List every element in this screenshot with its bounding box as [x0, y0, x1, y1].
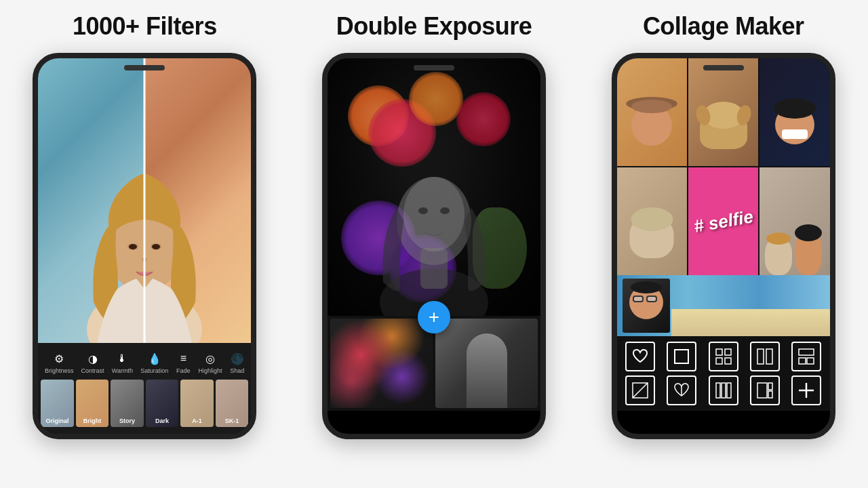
- filter-dark[interactable]: Dark: [146, 380, 179, 427]
- svg-point-11: [418, 207, 428, 214]
- add-icon: +: [429, 306, 439, 328]
- exposure-phone: +: [322, 53, 546, 439]
- svg-rect-18: [757, 349, 764, 364]
- exposure-portrait-svg: [366, 72, 502, 316]
- collage-section: Collage Maker: [578, 0, 868, 488]
- layout-mixed[interactable]: [750, 375, 780, 405]
- filter-toolbar: ⚙ Brightness ◑ Contrast 🌡 Warmth 💧 Satur…: [38, 343, 251, 434]
- highlight-tool[interactable]: ◎ Highlight: [199, 351, 222, 374]
- svg-rect-26: [727, 383, 731, 398]
- saturation-tool[interactable]: 💧 Saturation: [140, 351, 168, 374]
- brightness-icon: ⚙: [52, 351, 66, 366]
- layout-row-1: [620, 342, 827, 371]
- contrast-label: Contrast: [81, 367, 104, 374]
- filter-icons-row: ⚙ Brightness ◑ Contrast 🌡 Warmth 💧 Satur…: [38, 348, 251, 377]
- highlight-icon: ◎: [203, 351, 218, 366]
- fade-icon: ≡: [176, 351, 191, 366]
- contrast-tool[interactable]: ◑ Contrast: [81, 351, 104, 374]
- svg-rect-25: [722, 383, 726, 398]
- svg-point-5: [129, 244, 137, 249]
- shadow-label: Shad: [230, 367, 244, 374]
- svg-rect-22: [807, 358, 814, 364]
- svg-point-10: [403, 177, 465, 251]
- svg-point-12: [440, 207, 450, 214]
- svg-rect-14: [716, 349, 722, 355]
- warmth-label: Warmth: [112, 367, 133, 374]
- layout-square[interactable]: [667, 342, 696, 371]
- shadow-tool[interactable]: 🌑 Shad: [230, 351, 245, 374]
- layout-heart[interactable]: [625, 342, 655, 371]
- filters-title: 1000+ Filters: [73, 12, 217, 41]
- filters-section: 1000+ Filters: [0, 0, 290, 488]
- svg-rect-27: [757, 383, 767, 398]
- svg-rect-21: [799, 358, 806, 364]
- filter-story-label: Story: [111, 418, 144, 424]
- shadow-icon: 🌑: [230, 351, 245, 366]
- collage-cell-2: [688, 58, 758, 166]
- exposure-thumb-1[interactable]: [330, 319, 433, 408]
- exposure-main-photo: [328, 58, 540, 316]
- svg-rect-16: [716, 358, 722, 364]
- layout-3panel[interactable]: [791, 342, 821, 371]
- svg-rect-24: [716, 383, 720, 398]
- fade-tool[interactable]: ≡ Fade: [176, 351, 191, 374]
- collage-panorama-strip: [617, 275, 830, 336]
- svg-rect-29: [768, 391, 772, 398]
- filter-original-label: Original: [41, 418, 74, 424]
- filters-photo-area: [38, 58, 251, 343]
- warmth-tool[interactable]: 🌡 Warmth: [112, 351, 133, 374]
- collage-cell-3: [760, 58, 829, 166]
- filter-divider-line: [144, 58, 146, 343]
- filter-bright[interactable]: Bright: [76, 380, 109, 427]
- svg-point-6: [152, 244, 160, 249]
- filter-sk1[interactable]: SK-1: [216, 380, 249, 427]
- brightness-tool[interactable]: ⚙ Brightness: [45, 351, 74, 374]
- filter-a1[interactable]: A-1: [180, 380, 214, 427]
- exposure-thumb-2[interactable]: [435, 319, 538, 408]
- collage-photo-grid: # selfie: [617, 58, 830, 275]
- fade-label: Fade: [176, 367, 191, 374]
- layout-plus[interactable]: [791, 375, 821, 405]
- collage-strip-person: [623, 279, 670, 333]
- collage-cell-1: [617, 58, 687, 166]
- collage-cell-6: [760, 167, 829, 275]
- svg-rect-17: [725, 358, 731, 364]
- selfie-hashtag: # selfie: [692, 206, 755, 237]
- filter-thumbnails-row: Original Bright Story Dark A-1 SK-1: [38, 377, 251, 431]
- layout-3col[interactable]: [709, 375, 738, 405]
- layout-heart2[interactable]: [667, 375, 696, 405]
- filter-dark-label: Dark: [146, 418, 179, 424]
- collage-title: Collage Maker: [643, 12, 804, 41]
- filter-sk1-label: SK-1: [216, 418, 249, 424]
- collage-layout-bar: [617, 336, 830, 411]
- collage-cell-5-pink: # selfie: [688, 167, 758, 275]
- collage-cell-4: [617, 167, 687, 275]
- svg-rect-20: [799, 349, 814, 355]
- layout-2panel-v[interactable]: [750, 342, 780, 371]
- add-photo-button[interactable]: +: [418, 301, 450, 333]
- filter-story[interactable]: Story: [111, 380, 144, 427]
- filter-a1-label: A-1: [180, 418, 214, 424]
- double-exposure-section: Double Exposure: [290, 0, 579, 488]
- highlight-label: Highlight: [199, 367, 222, 374]
- contrast-icon: ◑: [85, 351, 100, 366]
- layout-diagonal[interactable]: [625, 375, 655, 405]
- brightness-label: Brightness: [45, 367, 74, 374]
- layout-row-2: [620, 375, 827, 405]
- collage-phone: # selfie: [612, 53, 835, 439]
- svg-rect-15: [725, 349, 731, 355]
- filter-original[interactable]: Original: [41, 380, 74, 427]
- filters-phone: ⚙ Brightness ◑ Contrast 🌡 Warmth 💧 Satur…: [33, 53, 256, 439]
- svg-rect-19: [766, 349, 772, 364]
- saturation-label: Saturation: [140, 367, 168, 374]
- warmth-icon: 🌡: [115, 351, 130, 366]
- filter-bright-label: Bright: [76, 418, 109, 424]
- double-exposure-title: Double Exposure: [336, 12, 532, 41]
- svg-rect-13: [675, 350, 688, 363]
- svg-rect-28: [768, 383, 772, 390]
- layout-4grid[interactable]: [709, 342, 738, 371]
- saturation-icon: 💧: [147, 351, 162, 366]
